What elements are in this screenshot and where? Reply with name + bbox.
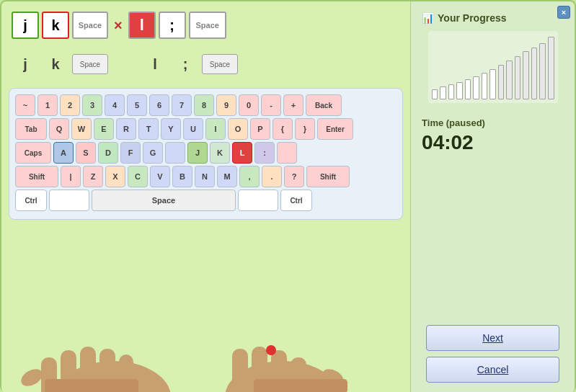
bar-3 xyxy=(448,84,455,99)
svg-rect-7 xyxy=(45,379,138,392)
key-2[interactable]: 2 xyxy=(60,94,80,116)
key-rbracket[interactable]: } xyxy=(295,118,315,140)
key-3[interactable]: 3 xyxy=(82,94,102,116)
key-4[interactable]: 4 xyxy=(105,94,125,116)
key-0[interactable]: 0 xyxy=(239,94,259,116)
svg-rect-9 xyxy=(232,349,248,392)
key-enter[interactable]: Enter xyxy=(317,118,353,140)
key-9[interactable]: 9 xyxy=(216,94,236,116)
key-x[interactable]: X xyxy=(105,166,125,187)
key-5[interactable]: 5 xyxy=(127,94,147,116)
bar-12 xyxy=(523,51,529,99)
bar-5 xyxy=(465,79,471,99)
key-b[interactable]: B xyxy=(172,166,192,187)
target-char-l: l xyxy=(128,12,156,39)
key-m[interactable]: M xyxy=(217,166,237,187)
key-g[interactable]: G xyxy=(143,142,163,164)
key-8[interactable]: 8 xyxy=(194,94,214,116)
bar-11 xyxy=(515,56,521,99)
key-semicolon[interactable]: : xyxy=(254,142,275,164)
key-1[interactable]: 1 xyxy=(37,94,58,116)
typed-space2: Space xyxy=(202,54,238,74)
key-plus[interactable]: + xyxy=(283,94,303,116)
target-char-j: j xyxy=(12,12,39,39)
key-z[interactable]: Z xyxy=(83,166,103,187)
key-l[interactable]: L xyxy=(232,142,252,164)
key-d[interactable]: D xyxy=(98,142,118,164)
typed-j: j xyxy=(12,50,39,78)
key-shift-left[interactable]: Shift xyxy=(15,166,58,187)
bar-7 xyxy=(482,73,488,99)
progress-title-text: Your Progress xyxy=(438,12,506,24)
bar-13 xyxy=(531,48,538,99)
key-w[interactable]: W xyxy=(71,118,92,140)
time-label: Time (paused) xyxy=(422,117,485,128)
key-win-left[interactable] xyxy=(49,190,89,211)
bar-15 xyxy=(548,37,554,99)
key-quote[interactable] xyxy=(277,142,297,164)
left-hand xyxy=(18,347,171,392)
key-u[interactable]: U xyxy=(183,118,203,140)
typed-semicolon: ; xyxy=(172,50,199,78)
chart-icon: 📊 xyxy=(422,12,434,24)
right-hand xyxy=(225,345,347,392)
target-row: j k Space × l ; Space xyxy=(9,9,403,42)
key-caps[interactable]: Caps xyxy=(15,142,51,164)
target-space2: Space xyxy=(189,12,226,39)
key-slash[interactable]: ? xyxy=(284,166,304,187)
key-v[interactable]: V xyxy=(150,166,170,187)
key-n[interactable]: N xyxy=(195,166,215,187)
target-char-k: k xyxy=(42,12,69,39)
key-o[interactable]: O xyxy=(228,118,248,140)
key-ctrl-right[interactable]: Ctrl xyxy=(280,190,312,211)
keyboard: ~ 1 2 3 4 5 6 7 8 9 0 - + Back Tab Q W E xyxy=(9,88,403,220)
key-pipe[interactable]: | xyxy=(61,166,81,187)
key-minus[interactable]: - xyxy=(261,94,281,116)
key-f[interactable]: F xyxy=(120,142,141,164)
key-shift-right[interactable]: Shift xyxy=(306,166,350,187)
key-lbracket[interactable]: { xyxy=(273,118,293,140)
key-6[interactable]: 6 xyxy=(149,94,169,116)
key-i[interactable]: I xyxy=(205,118,226,140)
progress-chart xyxy=(428,31,558,103)
key-h[interactable] xyxy=(165,142,185,164)
typed-space: Space xyxy=(72,54,108,74)
bar-10 xyxy=(506,61,513,99)
key-t[interactable]: T xyxy=(138,118,159,140)
key-period[interactable]: . xyxy=(262,166,282,187)
typed-l: l xyxy=(141,50,169,78)
finger-indicator xyxy=(266,345,276,355)
key-r[interactable]: R xyxy=(116,118,136,140)
target-char-semicolon: ; xyxy=(159,12,186,39)
key-e[interactable]: E xyxy=(94,118,114,140)
key-7[interactable]: 7 xyxy=(172,94,192,116)
main-window: × j k Space × l ; Space j k Space l ; Sp… xyxy=(0,0,576,392)
svg-rect-14 xyxy=(254,379,347,392)
key-comma[interactable]: , xyxy=(239,166,260,187)
key-tilde[interactable]: ~ xyxy=(15,94,35,116)
bar-14 xyxy=(539,43,546,99)
error-marker: × xyxy=(114,17,123,34)
key-a[interactable]: A xyxy=(53,142,74,164)
key-c[interactable]: C xyxy=(128,166,148,187)
close-button[interactable]: × xyxy=(557,6,570,19)
key-p[interactable]: P xyxy=(250,118,270,140)
hands-svg xyxy=(1,285,412,392)
key-j[interactable]: J xyxy=(187,142,208,164)
key-k[interactable]: K xyxy=(210,142,230,164)
key-space[interactable]: Space xyxy=(92,190,236,211)
key-backspace[interactable]: Back xyxy=(306,94,342,116)
key-q[interactable]: Q xyxy=(49,118,69,140)
key-ctrl-left[interactable]: Ctrl xyxy=(15,190,47,211)
key-s[interactable]: S xyxy=(76,142,96,164)
key-tab[interactable]: Tab xyxy=(15,118,47,140)
keyboard-row-3: Caps A S D F G J K L : xyxy=(15,142,396,164)
bar-1 xyxy=(432,89,438,99)
next-button[interactable]: Next xyxy=(426,325,559,351)
typed-row: j k Space l ; Space xyxy=(9,48,403,81)
key-y[interactable]: Y xyxy=(161,118,181,140)
key-win-right[interactable] xyxy=(238,190,278,211)
typed-k: k xyxy=(42,50,69,78)
time-value: 04:02 xyxy=(422,131,474,154)
cancel-button[interactable]: Cancel xyxy=(426,357,559,383)
